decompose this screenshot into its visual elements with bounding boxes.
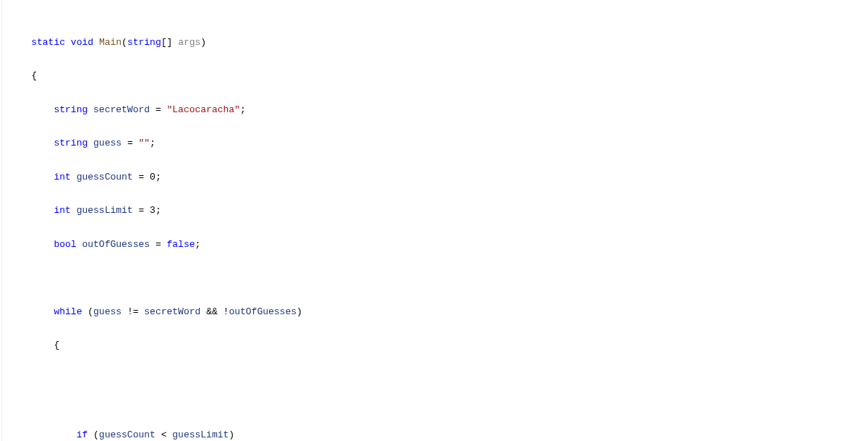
code-editor[interactable]: static void Main(string[] args) { string… xyxy=(0,0,868,441)
assign: = xyxy=(138,172,144,183)
sp xyxy=(122,306,127,318)
sp xyxy=(88,138,93,149)
var-guesscount: guessCount xyxy=(77,172,133,183)
sp xyxy=(71,205,77,217)
sp xyxy=(156,429,161,441)
num-0: 0 xyxy=(150,172,156,183)
space xyxy=(172,37,178,49)
indent xyxy=(9,138,54,149)
var-guesslimit: guessLimit xyxy=(172,429,229,441)
indent xyxy=(9,306,54,318)
semi: ; xyxy=(156,205,161,217)
kw-int: int xyxy=(54,172,70,183)
kw-string: string xyxy=(54,138,88,149)
num-3: 3 xyxy=(150,205,156,217)
str-empty: "" xyxy=(139,138,150,149)
code-line[interactable]: int guessLimit = 3; xyxy=(9,205,868,217)
kw-string: string xyxy=(54,104,88,116)
var-outofguesses: outOfGuesses xyxy=(229,306,297,318)
assign: = xyxy=(156,239,161,251)
kw-int: int xyxy=(54,205,70,217)
op-lt: < xyxy=(161,429,167,441)
semi: ; xyxy=(150,138,156,149)
lparen: ( xyxy=(93,429,99,441)
sp xyxy=(150,239,156,251)
var-guesslimit: guessLimit xyxy=(77,205,133,217)
var-secretword: secretWord xyxy=(93,104,150,116)
code-line[interactable]: if (guessCount < guessLimit) xyxy=(9,429,868,441)
sp xyxy=(161,104,167,116)
str-lacocaracha: "Lacocaracha" xyxy=(167,104,240,116)
sp xyxy=(88,104,93,116)
blank-line[interactable] xyxy=(9,374,868,385)
sp xyxy=(161,239,167,251)
brace-open: { xyxy=(54,340,59,351)
sp xyxy=(77,239,82,251)
semi: ; xyxy=(195,239,201,251)
blank-line[interactable] xyxy=(9,396,868,408)
op-not: ! xyxy=(224,306,229,318)
sp xyxy=(139,306,145,318)
code-line[interactable]: string secretWord = "Lacocaracha"; xyxy=(9,104,868,116)
assign: = xyxy=(138,205,144,217)
sp xyxy=(82,306,88,318)
param-args: args xyxy=(178,37,200,49)
param-type: string xyxy=(127,37,161,49)
code-line[interactable]: int guessCount = 0; xyxy=(9,172,868,183)
space xyxy=(65,37,71,49)
var-secretword: secretWord xyxy=(144,306,200,318)
sp xyxy=(71,172,77,183)
brackets: [] xyxy=(161,37,173,49)
var-guess: guess xyxy=(93,138,122,149)
sp xyxy=(133,172,139,183)
assign: = xyxy=(156,104,161,116)
rparen: ) xyxy=(229,429,234,441)
brace-open: { xyxy=(31,70,37,82)
op-ne: != xyxy=(127,306,139,318)
code-line[interactable]: string guess = ""; xyxy=(9,138,868,149)
indent xyxy=(9,104,54,116)
sp xyxy=(122,138,127,149)
kw-if: if xyxy=(77,429,88,441)
indent xyxy=(9,205,54,217)
indent xyxy=(9,340,54,351)
sp xyxy=(200,306,206,318)
var-guess: guess xyxy=(93,306,122,318)
kw-false: false xyxy=(167,239,195,251)
code-line[interactable]: bool outOfGuesses = false; xyxy=(9,239,868,251)
indent xyxy=(9,429,77,441)
sp xyxy=(167,429,173,441)
kw-while: while xyxy=(54,306,82,318)
var-guesscount: guessCount xyxy=(99,429,156,441)
kw-void: void xyxy=(71,37,93,49)
sp xyxy=(218,306,224,318)
var-outofguesses: outOfGuesses xyxy=(82,239,150,251)
lparen: ( xyxy=(122,37,127,49)
sp xyxy=(150,104,156,116)
kw-bool: bool xyxy=(54,239,76,251)
indent xyxy=(9,239,54,251)
sp xyxy=(144,205,150,217)
indent xyxy=(9,37,31,49)
blank-line[interactable] xyxy=(9,272,868,284)
sp xyxy=(133,138,139,149)
sp xyxy=(133,205,139,217)
op-and: && xyxy=(206,306,218,318)
rparen: ) xyxy=(297,306,302,318)
sp xyxy=(88,429,93,441)
assign: = xyxy=(127,138,133,149)
code-line[interactable]: while (guess != secretWord && !outOfGues… xyxy=(9,306,868,318)
semi: ; xyxy=(240,104,246,116)
lparen: ( xyxy=(88,306,93,318)
rparen: ) xyxy=(200,37,206,49)
space xyxy=(93,37,99,49)
method-main: Main xyxy=(99,37,122,49)
indent xyxy=(9,172,54,183)
gutter xyxy=(1,0,7,441)
indent xyxy=(9,70,31,82)
code-line[interactable]: { xyxy=(9,70,868,82)
code-line[interactable]: { xyxy=(9,340,868,351)
code-line[interactable]: static void Main(string[] args) xyxy=(9,37,868,49)
kw-static: static xyxy=(31,37,65,49)
sp xyxy=(144,172,150,183)
